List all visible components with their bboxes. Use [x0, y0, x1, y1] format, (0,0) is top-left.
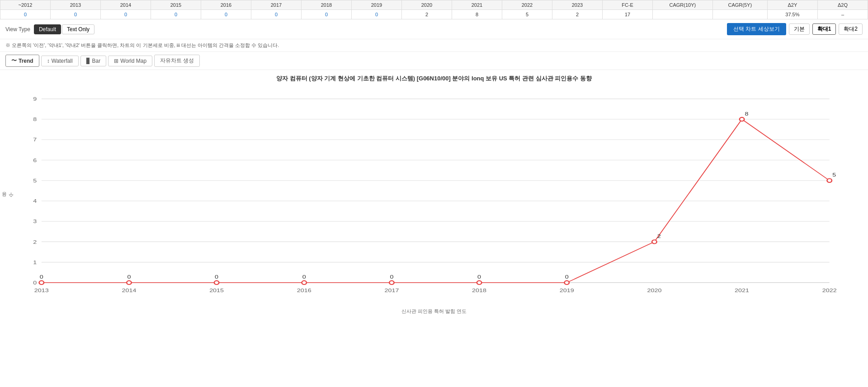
notice-text: ※ 오른쪽의 '이전', '약내1', '약내2' 버튼을 클릭하면, 차트의 …	[5, 42, 279, 48]
tab-waterfall-label: Waterfall	[52, 58, 73, 64]
tab-bar-label: Bar	[92, 58, 101, 64]
chart-wrap: 심사관피인용수 01234567892013201420152016201720…	[9, 89, 859, 306]
svg-text:2022: 2022	[822, 287, 837, 293]
header-col-2013: 2013	[51, 0, 101, 10]
header-col-2018: 2018	[302, 0, 352, 10]
tab-bar[interactable]: ▊ Bar	[80, 56, 107, 66]
zoom-base-button[interactable]: 기본	[789, 23, 810, 35]
svg-text:0: 0	[40, 274, 43, 280]
tab-custom[interactable]: 자유차트 생성	[154, 55, 200, 67]
header-col-2014: 2014	[101, 0, 151, 10]
view-controls: View Type Default Text Only 선택 차트 세상보기 기…	[0, 19, 868, 39]
header-val-Δ2Y: 37.5%	[767, 10, 817, 19]
tab-worldmap-label: World Map	[120, 58, 146, 64]
header-col-~2012: ~2012	[0, 0, 51, 10]
notice-bar: ※ 오른쪽의 '이전', '약내1', '약내2' 버튼을 클릭하면, 차트의 …	[0, 39, 868, 52]
svg-text:5: 5	[33, 177, 37, 183]
svg-point-49	[827, 179, 832, 182]
svg-text:2016: 2016	[297, 287, 311, 293]
header-col-2015: 2015	[151, 0, 201, 10]
svg-text:0: 0	[390, 274, 393, 280]
tab-worldmap[interactable]: ⊞ World Map	[108, 56, 152, 66]
header-col-Δ2Q: Δ2Q	[817, 0, 868, 10]
right-controls: 선택 차트 세상보기 기본 확대1 확대2	[727, 23, 863, 35]
svg-point-33	[127, 281, 131, 284]
header-col-FC-E: FC-E	[603, 0, 653, 10]
header-col-Δ2Y: Δ2Y	[767, 0, 817, 10]
header-val-2014: 0	[101, 10, 151, 19]
header-section: ~201220132014201520162017201820192020202…	[0, 0, 868, 19]
default-view-button[interactable]: Default	[34, 24, 61, 34]
chart-area: 양자 컴퓨터 (양자 기계 현상에 기초한 컴퓨터 시스템) [G06N10/0…	[0, 70, 868, 333]
header-val-2018: 0	[302, 10, 352, 19]
svg-text:6: 6	[33, 157, 37, 163]
svg-text:7: 7	[33, 137, 37, 143]
header-val-FC-E: 17	[603, 10, 653, 19]
tab-waterfall[interactable]: ↕ Waterfall	[41, 56, 79, 66]
svg-text:2015: 2015	[209, 287, 224, 293]
waterfall-icon: ↕	[47, 58, 50, 64]
svg-point-31	[39, 281, 44, 284]
x-axis-label: 신사관 피인용 특허 발힘 연도	[9, 308, 859, 315]
svg-text:2014: 2014	[122, 287, 137, 293]
svg-text:0: 0	[477, 274, 481, 280]
worldmap-icon: ⊞	[114, 58, 118, 64]
svg-text:1: 1	[33, 259, 37, 265]
svg-text:2020: 2020	[647, 287, 661, 293]
header-val-2022: 5	[502, 10, 552, 19]
svg-text:8: 8	[33, 117, 37, 122]
svg-text:0: 0	[33, 280, 37, 285]
svg-point-45	[652, 240, 656, 243]
text-only-button[interactable]: Text Only	[62, 24, 94, 34]
tab-trend[interactable]: 〜 Trend	[5, 55, 39, 67]
svg-point-41	[477, 281, 481, 284]
svg-text:2: 2	[657, 233, 661, 239]
header-val-2020: 2	[402, 10, 452, 19]
svg-text:2018: 2018	[472, 287, 486, 293]
y-axis-label: 심사관피인용수	[0, 196, 14, 200]
svg-text:9: 9	[33, 96, 37, 102]
svg-text:0: 0	[215, 274, 218, 280]
svg-point-39	[389, 281, 394, 284]
header-col-2023: 2023	[552, 0, 603, 10]
header-val-2017: 0	[251, 10, 302, 19]
header-val-Δ2Q: –	[817, 10, 868, 19]
header-val-2023: 2	[552, 10, 603, 19]
svg-text:2021: 2021	[735, 287, 749, 293]
svg-text:4: 4	[33, 198, 37, 204]
header-val-CAGR(5Y)	[712, 10, 767, 19]
tab-trend-label: Trend	[19, 58, 33, 64]
header-val-2019: 0	[352, 10, 402, 19]
svg-text:2017: 2017	[384, 287, 399, 293]
zoom-2-button[interactable]: 확대2	[839, 23, 863, 35]
bar-icon: ▊	[86, 58, 90, 64]
svg-point-37	[302, 281, 307, 284]
svg-text:0: 0	[127, 274, 131, 280]
svg-text:0: 0	[565, 274, 569, 280]
header-col-2020: 2020	[402, 0, 452, 10]
view-type-label: View Type	[5, 26, 30, 33]
svg-text:0: 0	[302, 274, 306, 280]
custom-chart-label: 자유차트 생성	[160, 57, 194, 65]
header-val-~2012: 0	[0, 10, 51, 19]
header-val-2016: 0	[201, 10, 251, 19]
header-val-CAGR(10Y)	[653, 10, 713, 19]
header-col-2022: 2022	[502, 0, 552, 10]
svg-point-47	[740, 117, 744, 121]
header-val-2021: 8	[452, 10, 502, 19]
zoom-1-button[interactable]: 확대1	[812, 23, 836, 35]
header-col-2016: 2016	[201, 0, 251, 10]
svg-text:5: 5	[832, 172, 836, 178]
header-val-2015: 0	[151, 10, 201, 19]
header-col-2019: 2019	[352, 0, 402, 10]
header-col-2017: 2017	[251, 0, 302, 10]
header-col-2021: 2021	[452, 0, 502, 10]
svg-text:3: 3	[33, 219, 37, 224]
svg-point-43	[565, 281, 569, 284]
svg-text:2013: 2013	[34, 287, 49, 293]
svg-text:2: 2	[33, 239, 37, 245]
chart-type-bar: 〜 Trend ↕ Waterfall ▊ Bar ⊞ World Map 자유…	[0, 52, 868, 70]
view-detail-button[interactable]: 선택 차트 세상보기	[727, 23, 786, 35]
svg-text:8: 8	[745, 111, 749, 117]
svg-text:2019: 2019	[560, 287, 574, 293]
